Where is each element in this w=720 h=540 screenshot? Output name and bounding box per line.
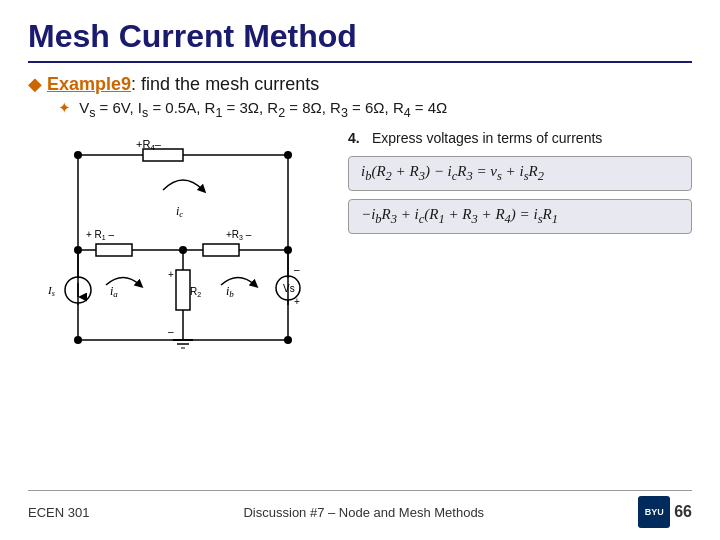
footer-topic: Discussion #7 – Node and Mesh Methods: [243, 505, 484, 520]
svg-rect-16: [203, 244, 239, 256]
svg-point-47: [284, 336, 292, 344]
svg-text:Vs: Vs: [283, 283, 295, 294]
equations-area: ib(R2 + R3) − icR3 = vs + isR2 −ibR3 + i…: [348, 156, 692, 234]
svg-point-46: [74, 336, 82, 344]
svg-text:ia: ia: [110, 284, 118, 299]
svg-text:–: –: [294, 264, 300, 275]
svg-rect-27: [176, 270, 190, 310]
step4-text: Express voltages in terms of currents: [372, 130, 602, 146]
example-label: Example9: [47, 74, 131, 94]
equation1: ib(R2 + R3) − icR3 = vs + isR2: [348, 156, 692, 191]
svg-text:–: –: [168, 326, 174, 337]
equation2: −ibR3 + ic(R1 + R3 + R4) = isR1: [348, 199, 692, 234]
values-text: Vs = 6V, Is = 0.5A, R1 = 3Ω, R2 = 8Ω, R3…: [79, 99, 447, 116]
svg-rect-2: [143, 149, 183, 161]
svg-text:R2: R2: [190, 286, 201, 298]
footer-course: ECEN 301: [28, 505, 89, 520]
slide-title: Mesh Current Method: [28, 18, 692, 63]
step4-num: 4.: [348, 130, 366, 146]
example-line: ◆ Example9: find the mesh currents: [28, 73, 692, 95]
bullet-sub: ✦: [58, 99, 71, 116]
svg-text:Is: Is: [47, 284, 55, 298]
step4-label: 4. Express voltages in terms of currents: [348, 130, 692, 146]
svg-text:+: +: [168, 269, 174, 280]
svg-text:+R4–: +R4–: [136, 138, 162, 152]
svg-text:+R3 –: +R3 –: [226, 229, 252, 241]
svg-text:+ R1 –: + R1 –: [86, 229, 115, 241]
svg-text:ic: ic: [176, 204, 183, 219]
svg-text:+: +: [294, 296, 300, 307]
circuit-area: +R4– + R1 –: [28, 130, 338, 486]
footer: ECEN 301 Discussion #7 – Node and Mesh M…: [28, 490, 692, 528]
bullet-icon: ◆: [28, 74, 42, 94]
content-area: +R4– + R1 –: [28, 130, 692, 486]
page-number: 66: [674, 503, 692, 521]
svg-rect-12: [96, 244, 132, 256]
slide: Mesh Current Method ◆ Example9: find the…: [0, 0, 720, 540]
byu-logo: BYU 66: [638, 496, 692, 528]
byu-emblem: BYU: [638, 496, 670, 528]
right-area: 4. Express voltages in terms of currents…: [348, 130, 692, 486]
example-desc: : find the mesh currents: [131, 74, 319, 94]
circuit-diagram: +R4– + R1 –: [28, 130, 338, 390]
svg-text:ib: ib: [226, 284, 234, 299]
values-line: ✦ Vs = 6V, Is = 0.5A, R1 = 3Ω, R2 = 8Ω, …: [58, 99, 692, 120]
